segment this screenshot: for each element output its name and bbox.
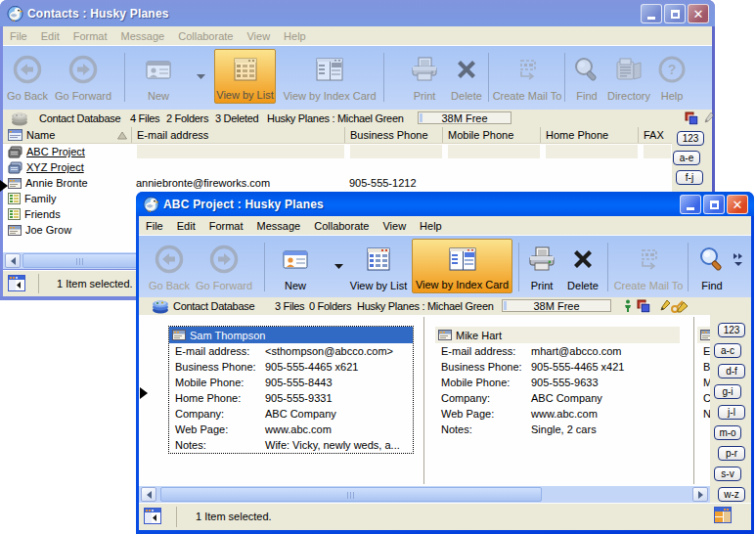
bg-menu-file[interactable]: File (3, 30, 34, 42)
fg-alpha-tab-g-i[interactable]: g-i (714, 384, 741, 399)
pencil-icon[interactable] (703, 111, 715, 125)
fg-menu-view[interactable]: View (376, 220, 413, 232)
bg-menu-message[interactable]: Message (114, 30, 172, 42)
fg-toolbar-view-by-index-card[interactable]: View by Index Card (412, 239, 512, 293)
sort-asc-icon (117, 131, 127, 140)
bg-column-header-name[interactable]: Name (3, 127, 131, 143)
fg-alpha-tab-p-r[interactable]: p-r (718, 446, 745, 461)
bg-toolbar-go-back[interactable]: Go Back (5, 49, 50, 104)
red-blue-squares-icon[interactable] (685, 111, 698, 125)
fg-toolbar-create-mail-to[interactable]: Create Mail To (612, 239, 685, 293)
bg-menu-format[interactable]: Format (67, 30, 114, 42)
fg-scroll-right-button[interactable] (692, 487, 708, 502)
contacts-folder-dark-icon (8, 146, 22, 158)
fg-toolbar-print[interactable]: Print (523, 239, 560, 293)
bg-column-header-fax[interactable]: FAX (638, 127, 671, 143)
fg-alpha-tab-m-o[interactable]: m-o (714, 425, 741, 440)
fg-minimize-button[interactable] (680, 195, 701, 214)
contact-card-mike-hart[interactable]: Mike HartE-mail address:mhart@abcco.comB… (435, 327, 680, 437)
bg-toolbar-new[interactable]: New (131, 49, 186, 104)
fg-db-count: 3 Files (275, 300, 304, 312)
bg-column-header-home-phone[interactable]: Home Phone (540, 127, 638, 143)
fg-hscrollbar[interactable] (139, 486, 710, 503)
fg-menu-collaborate[interactable]: Collaborate (307, 220, 376, 232)
bg-menu-help[interactable]: Help (277, 30, 313, 42)
field-label: Business Phone: (435, 361, 531, 373)
panel-toggle-icon[interactable] (144, 508, 161, 524)
bg-menu-edit[interactable]: Edit (34, 30, 67, 42)
bg-new-dropdown-arrow[interactable] (194, 49, 207, 104)
fg-alpha-tab-d-f[interactable]: d-f (718, 364, 745, 378)
table-row-xyz-project[interactable]: XYZ Project (3, 159, 672, 175)
view-index-card-icon (316, 49, 343, 90)
field-label: Mobile Phone: (697, 377, 710, 388)
bg-toolbar-view-by-list[interactable]: View by List (214, 49, 276, 104)
field-label: Home Phone: (169, 392, 265, 404)
table-row-annie-bronte[interactable]: Annie Bronteanniebronte@fireworks.com905… (3, 175, 672, 191)
toolbar-overflow-chevron-icon[interactable] (733, 252, 744, 266)
fg-toolbar-new[interactable]: New (271, 239, 320, 293)
fg-status-text: 1 Item selected. (196, 511, 272, 522)
fg-alpha-tab-j-l[interactable]: j-l (718, 405, 745, 420)
key-pencil-icon[interactable] (671, 299, 689, 313)
bg-scroll-left-button[interactable] (5, 253, 21, 268)
fg-titlebar[interactable]: ABC Project : Husky Planes✕ (136, 192, 754, 216)
contact-card-sam-thompson[interactable]: Sam ThompsonE-mail address:<sthompson@ab… (168, 326, 414, 454)
bg-toolbar-help[interactable]: ?Help (655, 49, 689, 104)
bg-current-row-indicator (0, 180, 14, 192)
panel-toggle-icon[interactable] (8, 275, 25, 291)
bg-alpha-tab-123[interactable]: 123 (677, 131, 704, 146)
bg-titlebar[interactable]: Contacts : Husky Planes✕ (0, 0, 715, 26)
fg-scroll-thumb (160, 487, 542, 502)
bg-toolbar-directory[interactable]: Directory (605, 49, 652, 104)
bg-toolbar-view-by-index-card[interactable]: View by Index Card (280, 49, 379, 104)
fg-menubar: FileEditFormatMessageCollaborateViewHelp (139, 216, 751, 235)
fg-toolbar-find[interactable]: Find (692, 239, 732, 293)
bg-toolbar-create-mail-to[interactable]: Create Mail To (493, 49, 561, 104)
fg-menu-edit[interactable]: Edit (170, 220, 202, 232)
field-label: Business Phone: (697, 361, 710, 373)
bg-alpha-tab-a-e[interactable]: a-e (673, 151, 700, 165)
fg-toolbar-go-back[interactable]: Go Back (147, 239, 192, 293)
fg-menu-message[interactable]: Message (250, 220, 308, 232)
fg-toolbar-go-forward[interactable]: Go Forward (196, 239, 252, 293)
fg-alpha-tab-123[interactable]: 123 (718, 323, 745, 337)
fg-alpha-tab-a-c[interactable]: a-c (714, 343, 741, 358)
field-value: 905-555-4465 x621 (265, 361, 358, 373)
green-person-icon[interactable] (624, 299, 632, 312)
fg-menu-format[interactable]: Format (202, 220, 250, 232)
bg-close-button[interactable]: ✕ (688, 4, 709, 23)
fg-scroll-left-button[interactable] (141, 487, 156, 502)
pencil-icon[interactable] (659, 299, 671, 313)
name-header-icon (8, 129, 22, 141)
fg-toolbar-view-by-list[interactable]: View by List (351, 239, 406, 293)
fg-menu-file[interactable]: File (139, 220, 170, 232)
view-list-icon (233, 50, 258, 89)
bg-menu-collaborate[interactable]: Collaborate (171, 30, 240, 42)
fg-new-dropdown-arrow[interactable] (332, 239, 345, 293)
bg-column-header-business-phone[interactable]: Business Phone (344, 127, 442, 143)
bg-maximize-button[interactable] (664, 4, 686, 23)
bg-menu-view[interactable]: View (240, 30, 277, 42)
fg-alpha-tab-s-v[interactable]: s-v (714, 467, 741, 481)
fg-maximize-button[interactable] (703, 195, 725, 214)
create-mail-icon (634, 239, 663, 280)
bg-toolbar-find[interactable]: Find (570, 49, 603, 104)
bg-column-header-mobile-phone[interactable]: Mobile Phone (442, 127, 540, 143)
bg-toolbar-delete[interactable]: Delete (449, 49, 484, 104)
grid-window-icon[interactable] (714, 507, 732, 523)
fg-alpha-tab-w-z[interactable]: w-z (718, 487, 745, 502)
bg-toolbar-go-forward[interactable]: Go Forward (54, 49, 112, 104)
back-circle-icon (155, 239, 184, 280)
view-index-card-icon (449, 240, 476, 279)
bg-minimize-button[interactable] (641, 4, 662, 23)
contact-card-clipped[interactable]: E-mail address:Business Phone:Mobile Pho… (697, 327, 710, 422)
bg-alpha-tab-f-j[interactable]: f-j (676, 170, 703, 185)
fg-close-button[interactable]: ✕ (727, 195, 748, 214)
fg-menu-help[interactable]: Help (413, 220, 449, 232)
fg-toolbar-delete[interactable]: Delete (562, 239, 603, 293)
bg-column-header-e-mail-address[interactable]: E-mail address (131, 127, 344, 143)
red-blue-squares-icon[interactable] (637, 299, 650, 313)
bg-toolbar-print[interactable]: Print (404, 49, 445, 104)
table-row-abc-project[interactable]: ABC Project (3, 144, 672, 159)
